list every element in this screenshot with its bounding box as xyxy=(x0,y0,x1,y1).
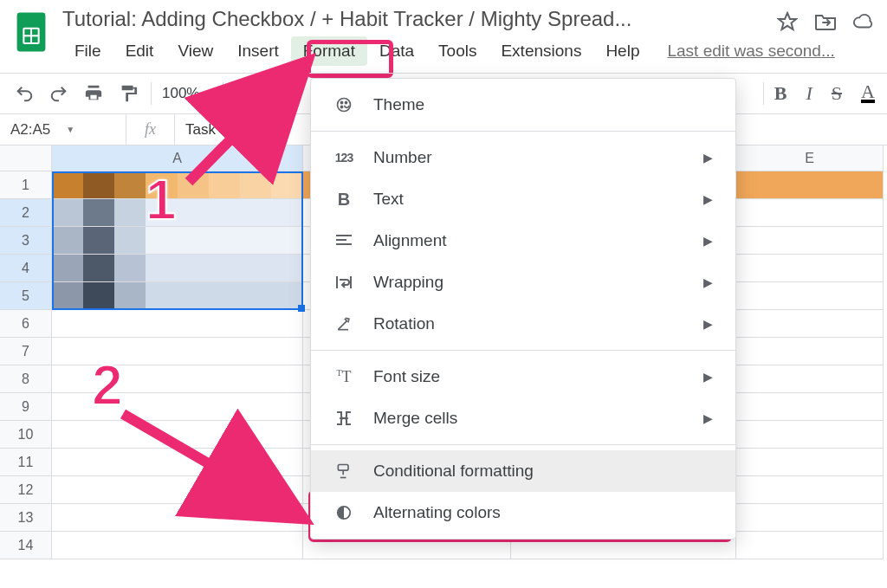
menu-conditional-label: Conditional formatting xyxy=(373,462,713,481)
menu-alignment[interactable]: Alignment ▶ xyxy=(311,220,735,262)
menu-rotation[interactable]: Rotation ▶ xyxy=(311,303,735,345)
menu-alignment-label: Alignment xyxy=(373,231,684,250)
strike-button[interactable]: S xyxy=(832,82,842,105)
row-header[interactable]: 10 xyxy=(0,421,52,449)
menu-alternating-colors[interactable]: Alternating colors xyxy=(311,492,735,533)
text-color-button[interactable]: A xyxy=(861,84,875,103)
select-all-corner[interactable] xyxy=(0,145,52,171)
menu-tools[interactable]: Tools xyxy=(426,36,489,66)
svg-point-5 xyxy=(338,99,351,112)
cell-a2[interactable] xyxy=(52,199,303,227)
cloud-icon[interactable] xyxy=(852,10,875,33)
row-header[interactable]: 3 xyxy=(0,227,52,255)
svg-line-16 xyxy=(189,68,301,182)
menu-text[interactable]: B Text ▶ xyxy=(311,178,735,220)
last-edit-link[interactable]: Last edit was second... xyxy=(667,42,834,61)
number-icon: 123 xyxy=(333,151,354,165)
bold-button[interactable]: B xyxy=(774,82,787,105)
menu-merge-label: Merge cells xyxy=(373,409,684,428)
row-header[interactable]: 8 xyxy=(0,365,52,393)
redo-button[interactable] xyxy=(47,81,71,106)
svg-point-8 xyxy=(340,106,342,107)
menu-theme-label: Theme xyxy=(373,95,713,114)
cell-a4[interactable] xyxy=(52,255,303,282)
name-box-value: A2:A5 xyxy=(10,121,50,139)
svg-line-17 xyxy=(123,414,296,514)
menu-extensions[interactable]: Extensions xyxy=(489,36,593,66)
menu-merge-cells[interactable]: Merge cells ▶ xyxy=(311,397,735,439)
theme-icon xyxy=(333,96,354,113)
row-header[interactable]: 7 xyxy=(0,338,52,365)
row-header[interactable]: 4 xyxy=(0,255,52,282)
row-header[interactable]: 14 xyxy=(0,532,52,559)
format-menu-dropdown: Theme 123 Number ▶ B Text ▶ Alignment ▶ … xyxy=(310,78,736,540)
row-header[interactable]: 13 xyxy=(0,504,52,532)
row-header[interactable]: 9 xyxy=(0,393,52,421)
row-header[interactable]: 11 xyxy=(0,449,52,476)
wrapping-icon xyxy=(333,275,354,290)
submenu-arrow-icon: ▶ xyxy=(703,234,713,248)
menu-number-label: Number xyxy=(373,148,684,167)
move-icon[interactable] xyxy=(814,10,837,33)
row-header[interactable]: 6 xyxy=(0,310,52,338)
fx-label: fx xyxy=(126,114,175,145)
menu-file[interactable]: File xyxy=(62,36,113,66)
paint-format-button[interactable] xyxy=(116,81,140,106)
arrow-1 xyxy=(173,52,320,191)
undo-button[interactable] xyxy=(12,81,36,106)
row-header[interactable]: 2 xyxy=(0,199,52,227)
menu-data[interactable]: Data xyxy=(367,36,426,66)
menu-edit[interactable]: Edit xyxy=(113,36,166,66)
alignment-icon xyxy=(333,234,354,248)
menu-conditional-formatting[interactable]: Conditional formatting xyxy=(311,450,735,492)
print-button[interactable] xyxy=(81,81,106,106)
cell-a3[interactable] xyxy=(52,227,303,255)
menu-rotation-label: Rotation xyxy=(373,314,684,333)
submenu-arrow-icon: ▶ xyxy=(703,370,713,384)
name-box[interactable]: A2:A5 ▼ xyxy=(0,114,126,145)
col-header-e[interactable]: E xyxy=(736,145,884,171)
sheets-logo[interactable] xyxy=(12,7,50,57)
name-box-dropdown-icon: ▼ xyxy=(66,125,74,134)
star-icon[interactable] xyxy=(776,10,799,33)
menu-text-label: Text xyxy=(373,190,684,209)
menu-help[interactable]: Help xyxy=(593,36,651,66)
svg-rect-14 xyxy=(338,465,348,471)
merge-icon xyxy=(333,410,354,426)
callout-1: 1 xyxy=(146,168,177,232)
rotation-icon xyxy=(333,315,354,333)
text-icon: B xyxy=(333,190,354,210)
font-size-icon: TT xyxy=(333,368,354,386)
menu-theme[interactable]: Theme xyxy=(311,84,735,126)
submenu-arrow-icon: ▶ xyxy=(703,275,713,289)
italic-button[interactable]: I xyxy=(806,82,813,105)
row-header[interactable]: 5 xyxy=(0,282,52,310)
arrow-2 xyxy=(113,404,320,533)
submenu-arrow-icon: ▶ xyxy=(703,192,713,206)
row-header[interactable]: 12 xyxy=(0,476,52,504)
menu-font-size-label: Font size xyxy=(373,367,684,386)
row-header[interactable]: 1 xyxy=(0,171,52,199)
callout-2: 2 xyxy=(92,353,123,417)
submenu-arrow-icon: ▶ xyxy=(703,151,713,165)
menu-wrapping-label: Wrapping xyxy=(373,273,684,292)
svg-point-6 xyxy=(340,101,342,103)
menu-number[interactable]: 123 Number ▶ xyxy=(311,137,735,178)
submenu-arrow-icon: ▶ xyxy=(703,411,713,425)
menu-bar: File Edit View Insert Format Data Tools … xyxy=(62,36,764,66)
menu-wrapping[interactable]: Wrapping ▶ xyxy=(311,262,735,303)
svg-marker-4 xyxy=(779,13,796,29)
conditional-icon xyxy=(333,462,354,480)
submenu-arrow-icon: ▶ xyxy=(703,317,713,331)
alternating-icon xyxy=(333,505,354,520)
menu-font-size[interactable]: TT Font size ▶ xyxy=(311,356,735,397)
cell-a5[interactable] xyxy=(52,282,303,310)
svg-point-7 xyxy=(345,101,346,103)
menu-alternating-label: Alternating colors xyxy=(373,503,713,522)
doc-title[interactable]: Tutorial: Adding Checkbox / + Habit Trac… xyxy=(62,7,721,31)
